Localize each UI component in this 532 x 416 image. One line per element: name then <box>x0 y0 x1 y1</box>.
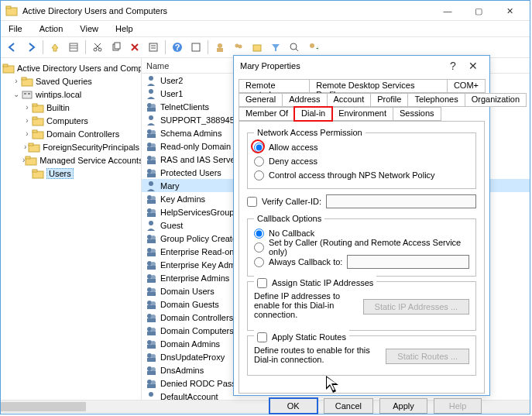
ok-button[interactable]: OK <box>269 398 317 414</box>
group-icon <box>145 153 157 166</box>
delete-icon[interactable] <box>126 39 143 56</box>
user-icon <box>145 114 157 126</box>
svg-rect-10 <box>115 43 120 49</box>
tab-organization[interactable]: Organization <box>465 93 527 107</box>
radio-nps-control[interactable]: Control access through NPS Network Polic… <box>254 168 469 182</box>
tab-strip: Remote controlRemote Desktop Services Pr… <box>234 76 489 121</box>
back-button[interactable] <box>4 39 21 56</box>
tree-builtin[interactable]: Builtin <box>46 103 70 112</box>
expand-icon[interactable]: › <box>12 77 21 85</box>
add-member-icon[interactable]: + <box>304 39 321 56</box>
group-icon <box>145 246 157 258</box>
tab-account[interactable]: Account <box>327 93 372 107</box>
new-group-icon[interactable] <box>230 39 247 56</box>
folder-icon <box>2 62 15 74</box>
tree-computers[interactable]: Computers <box>46 116 88 125</box>
list-item-label: HelpServicesGroup <box>160 208 234 217</box>
tree-root[interactable]: Active Directory Users and Computers <box>17 64 142 73</box>
static-routes-button[interactable]: Static Routes ... <box>386 349 469 364</box>
tab-environment[interactable]: Environment <box>331 107 393 121</box>
apply-button[interactable]: Apply <box>379 398 427 414</box>
tab-telephones[interactable]: Telephones <box>407 93 465 107</box>
tab-dial-in[interactable]: Dial-in <box>294 107 332 121</box>
group-icon <box>145 338 157 350</box>
tab-member-of[interactable]: Member Of <box>239 107 295 121</box>
menu-view[interactable]: View <box>77 23 101 34</box>
svg-rect-71 <box>147 213 156 217</box>
dialog-title: Mary Properties <box>240 61 443 70</box>
static-ip-button[interactable]: Static IP Addresses ... <box>363 299 469 315</box>
tree-users[interactable]: Users <box>46 168 74 179</box>
tab-address[interactable]: Address <box>282 93 327 107</box>
svg-point-73 <box>147 235 152 239</box>
verify-callerid-checkbox[interactable]: Verify Caller-ID: <box>247 194 321 208</box>
always-callback-input[interactable] <box>347 255 469 269</box>
user-icon <box>145 219 157 232</box>
svg-rect-81 <box>147 266 156 270</box>
help-icon[interactable]: ? <box>169 39 186 56</box>
radio-deny-access[interactable]: Deny access <box>254 154 469 168</box>
copy-icon[interactable] <box>108 39 125 56</box>
tab-general[interactable]: General <box>239 93 283 107</box>
forward-button[interactable] <box>22 39 39 56</box>
radio-set-by-caller[interactable]: Set by Caller (Routing and Remote Access… <box>254 240 469 254</box>
verify-callerid-input[interactable] <box>326 194 476 208</box>
svg-rect-20 <box>217 48 223 52</box>
search-icon[interactable] <box>286 39 303 56</box>
minimize-button[interactable]: — <box>432 2 463 20</box>
properties-dialog: Mary Properties ? ✕ Remote controlRemote… <box>233 55 490 396</box>
expand-icon[interactable]: › <box>22 103 32 112</box>
tree-domain-controllers[interactable]: Domain Controllers <box>46 129 119 139</box>
window-title: Active Directory Users and Computers <box>22 6 432 15</box>
group-icon <box>145 285 157 297</box>
list-item-label: Guest <box>160 221 183 230</box>
tab-com-[interactable]: COM+ <box>447 79 486 93</box>
dialog-close-button[interactable]: ✕ <box>463 60 483 72</box>
tree-msa[interactable]: Managed Service Accounts <box>39 156 142 165</box>
tree-fsp[interactable]: ForeignSecurityPrincipals <box>43 143 139 152</box>
close-button[interactable]: ✕ <box>494 2 525 20</box>
up-button[interactable] <box>46 39 63 56</box>
cut-icon[interactable] <box>89 39 106 56</box>
tab-remote-desktop-services-profile[interactable]: Remote Desktop Services Profile <box>309 79 448 93</box>
expand-icon[interactable]: › <box>22 129 32 138</box>
new-user-icon[interactable] <box>211 39 228 56</box>
nav-tree[interactable]: Active Directory Users and Computers ›Sa… <box>1 58 142 400</box>
radio-always-callback[interactable]: Always Callback to: <box>254 255 342 269</box>
apply-static-routes-checkbox[interactable]: Apply Static Routes <box>254 330 349 344</box>
dialog-help-button[interactable]: ? <box>443 60 463 72</box>
svg-point-82 <box>147 274 152 279</box>
group-icon <box>145 101 157 113</box>
maximize-button[interactable]: ▢ <box>463 2 494 20</box>
new-ou-icon[interactable] <box>249 39 266 56</box>
expand-icon[interactable]: › <box>22 143 28 151</box>
cancel-button[interactable]: Cancel <box>324 398 373 414</box>
tab-sessions[interactable]: Sessions <box>393 107 441 121</box>
menu-help[interactable]: Help <box>112 23 136 34</box>
list-icon[interactable] <box>65 39 82 56</box>
filter-icon[interactable] <box>267 39 284 56</box>
help-button[interactable]: Help <box>434 398 482 414</box>
svg-point-59 <box>147 156 152 160</box>
svg-text:?: ? <box>175 43 180 52</box>
radio-allow-access[interactable]: Allow access <box>254 140 469 154</box>
svg-rect-1 <box>6 6 11 9</box>
menu-action[interactable]: Action <box>36 23 67 34</box>
svg-rect-90 <box>147 305 156 309</box>
list-item-label: Key Admins <box>160 194 205 204</box>
tree-saved-queries[interactable]: Saved Queries <box>36 77 92 86</box>
group-icon <box>145 325 157 337</box>
tab-profile[interactable]: Profile <box>370 93 408 107</box>
find-icon[interactable] <box>187 39 204 56</box>
svg-point-100 <box>147 353 152 358</box>
list-item-label: RAS and IAS Servers <box>160 155 242 164</box>
menu-file[interactable]: File <box>5 23 26 34</box>
collapse-icon[interactable]: ⌄ <box>12 90 21 98</box>
properties-icon[interactable] <box>145 39 162 56</box>
svg-rect-64 <box>147 174 156 177</box>
expand-icon[interactable]: › <box>22 116 32 125</box>
svg-point-49 <box>147 103 152 108</box>
assign-static-ip-checkbox[interactable]: Assign Static IP Addresses <box>254 276 376 290</box>
tab-remote-control[interactable]: Remote control <box>239 79 310 93</box>
tree-domain[interactable]: wintips.local <box>36 90 81 99</box>
